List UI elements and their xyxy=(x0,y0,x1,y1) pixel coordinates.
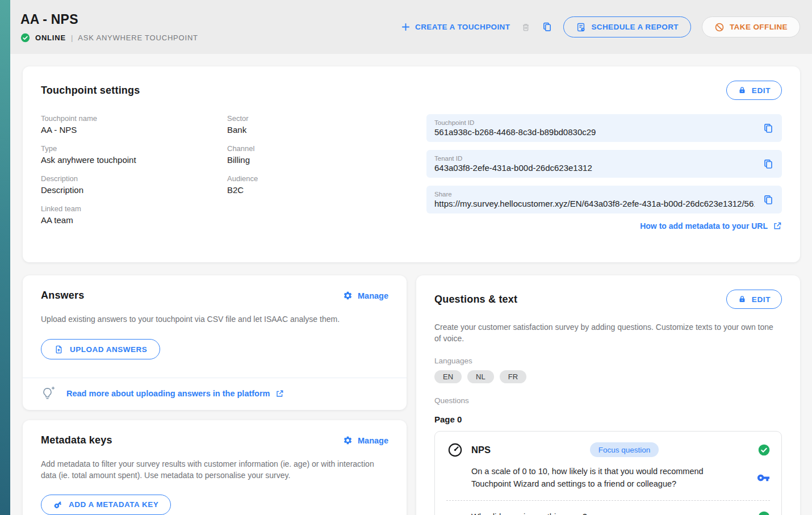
read-more-link[interactable]: Read more about uploading answers in the… xyxy=(66,389,284,398)
field-touchpoint-name: Touchpoint name AA - NPS xyxy=(41,114,227,135)
field-type: Type Ask anyhwere touchpoint xyxy=(41,144,227,165)
metadata-url-link-label: How to add metadata to your URL xyxy=(640,221,768,231)
status-separator: | xyxy=(71,34,73,42)
settings-edit-label: EDIT xyxy=(752,86,771,95)
settings-edit-button[interactable]: EDIT xyxy=(726,81,782,100)
gear-icon xyxy=(343,436,353,445)
touchpoint-type-label: ASK ANYWHERE TOUCHPOINT xyxy=(78,34,198,42)
answers-manage-button[interactable]: Manage xyxy=(343,291,388,300)
field-value: AA team xyxy=(41,215,227,225)
field-label: Touchpoint name xyxy=(41,114,227,123)
answers-manage-label: Manage xyxy=(358,291,388,300)
key-icon[interactable] xyxy=(757,471,770,484)
field-value: Bank xyxy=(227,125,413,135)
language-pill-nl[interactable]: NL xyxy=(467,370,494,383)
touchpoint-detail-page: AA - NPS ONLINE | ASK ANYWHERE TOUCHPOIN… xyxy=(0,0,812,515)
questions-edit-button[interactable]: EDIT xyxy=(726,290,782,309)
delete-touchpoint-button[interactable] xyxy=(521,22,531,32)
question-text: On a scale of 0 to 10, how likely is it … xyxy=(471,465,757,491)
file-upload-icon xyxy=(54,345,64,354)
question-complete-check-icon xyxy=(758,444,770,456)
field-linked-team: Linked team AA team xyxy=(41,204,227,225)
copy-icon xyxy=(542,22,553,32)
field-value: Ask anyhwere touchpoint xyxy=(41,155,227,165)
online-check-icon xyxy=(20,33,30,43)
page-label: Page 0 xyxy=(434,414,782,424)
field-value: Description xyxy=(41,185,227,195)
create-touchpoint-label: CREATE A TOUCHPOINT xyxy=(415,23,510,31)
upload-answers-label: UPLOAD ANSWERS xyxy=(70,345,147,354)
lock-icon xyxy=(738,295,747,304)
field-audience: Audience B2C xyxy=(227,174,413,195)
duplicate-touchpoint-button[interactable] xyxy=(542,22,553,32)
touchpoint-id-value: 561a938c-b268-4468-8c3d-b89bd0830c29 xyxy=(434,127,596,137)
copy-touchpoint-id-button[interactable] xyxy=(763,123,774,134)
schedule-report-button[interactable]: SCHEDULE A REPORT xyxy=(563,16,691,37)
lightbulb-icon xyxy=(41,386,56,401)
brand-gradient-strip xyxy=(0,0,10,515)
questions-card-title: Questions & text xyxy=(434,294,517,305)
plus-icon xyxy=(401,23,410,31)
settings-ids-panel: Touchpoint ID 561a938c-b268-4468-8c3d-b8… xyxy=(426,114,782,235)
answers-card-title: Answers xyxy=(41,290,84,302)
header-left: AA - NPS ONLINE | ASK ANYWHERE TOUCHPOIN… xyxy=(20,12,198,43)
settings-card-title: Touchpoint settings xyxy=(41,85,140,97)
question-item-nps: NPS Focus question On a scale of 0 to 10… xyxy=(434,431,782,515)
id-label: Touchpoint ID xyxy=(434,119,596,126)
id-label: Share xyxy=(434,191,755,198)
metadata-keys-card: Metadata keys Manage Add metadata to fil… xyxy=(23,420,407,515)
share-url-value: https://my.survey.hellocustomer.xyz/EN/6… xyxy=(434,199,755,208)
copy-icon xyxy=(763,123,774,134)
tenant-id-value: 643a03f8-2efe-431a-b00d-26dc623e1312 xyxy=(434,163,592,173)
copy-icon xyxy=(763,194,774,206)
trash-icon xyxy=(521,22,531,32)
questions-label: Questions xyxy=(434,396,782,405)
copy-share-url-button[interactable] xyxy=(763,194,774,206)
followup-complete-check-icon xyxy=(758,511,770,515)
touchpoint-settings-card: Touchpoint settings EDIT Touchpoint name… xyxy=(23,66,800,262)
field-label: Linked team xyxy=(41,204,227,213)
field-label: Description xyxy=(41,174,227,183)
field-label: Audience xyxy=(227,174,413,183)
nps-gauge-icon xyxy=(446,441,464,459)
field-sector: Sector Bank xyxy=(227,114,413,135)
metadata-manage-label: Manage xyxy=(358,436,388,445)
field-value: AA - NPS xyxy=(41,125,227,135)
field-label: Sector xyxy=(227,114,413,123)
id-label: Tenant ID xyxy=(434,155,592,162)
create-touchpoint-button[interactable]: CREATE A TOUCHPOINT xyxy=(401,23,510,31)
tenant-id-box: Tenant ID 643a03f8-2efe-431a-b00d-26dc62… xyxy=(426,150,782,178)
copy-icon xyxy=(763,158,774,170)
language-pill-fr[interactable]: FR xyxy=(500,370,526,383)
header-actions: CREATE A TOUCHPOINT SCHEDULE A REPORT xyxy=(401,16,800,37)
external-link-icon xyxy=(773,221,782,231)
take-offline-button[interactable]: TAKE OFFLINE xyxy=(702,16,800,37)
question-type-label: NPS xyxy=(471,445,491,455)
metadata-card-title: Metadata keys xyxy=(41,434,112,446)
page-header: AA - NPS ONLINE | ASK ANYWHERE TOUCHPOIN… xyxy=(10,0,812,54)
questions-text-card: Questions & text EDIT Create your custom… xyxy=(416,275,800,515)
touchpoint-id-box: Touchpoint ID 561a938c-b268-4468-8c3d-b8… xyxy=(426,114,782,142)
page-title: AA - NPS xyxy=(20,12,198,27)
answers-description: Upload existing answers to your touchpoi… xyxy=(41,313,388,325)
languages-label: Languages xyxy=(434,357,782,365)
question-divider xyxy=(446,500,770,501)
metadata-description: Add metadata to filter your survey resul… xyxy=(41,458,384,481)
report-clock-icon xyxy=(576,22,586,32)
answers-footer: Read more about uploading answers in the… xyxy=(23,378,407,410)
schedule-report-label: SCHEDULE A REPORT xyxy=(591,23,679,31)
metadata-manage-button[interactable]: Manage xyxy=(343,436,388,445)
followup-question-text: Why did you give us this score? xyxy=(471,512,587,515)
field-label: Type xyxy=(41,144,227,153)
status-row: ONLINE | ASK ANYWHERE TOUCHPOINT xyxy=(20,33,198,43)
add-metadata-key-button[interactable]: ADD A METADATA KEY xyxy=(41,495,171,515)
external-link-icon xyxy=(275,390,284,398)
field-description: Description Description xyxy=(41,174,227,195)
take-offline-label: TAKE OFFLINE xyxy=(730,23,788,31)
read-more-label: Read more about uploading answers in the… xyxy=(66,389,270,398)
upload-answers-button[interactable]: UPLOAD ANSWERS xyxy=(41,339,160,359)
metadata-url-link[interactable]: How to add metadata to your URL xyxy=(426,221,782,231)
language-pill-en[interactable]: EN xyxy=(434,370,462,383)
share-url-box: Share https://my.survey.hellocustomer.xy… xyxy=(426,186,782,213)
copy-tenant-id-button[interactable] xyxy=(763,158,774,170)
